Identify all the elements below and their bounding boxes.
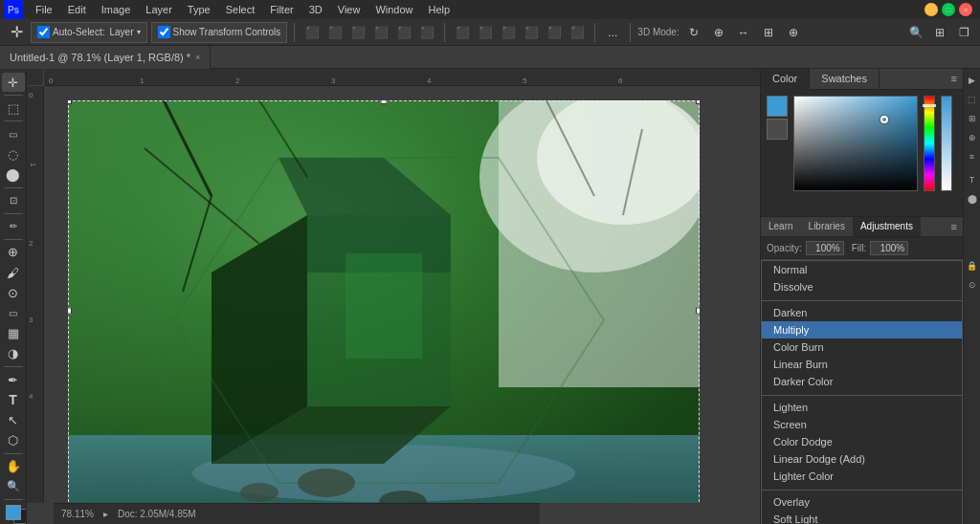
menu-select[interactable]: Select [219,2,262,17]
menu-help[interactable]: Help [422,2,457,17]
workspace-btn[interactable]: ⊞ [929,22,950,43]
move-tool-icon[interactable]: ✛ [6,22,27,43]
path-select-btn[interactable]: ↖ [2,410,25,429]
eyedropper-tool-btn[interactable]: ✏ [2,217,25,236]
more-options-btn[interactable]: ... [602,22,623,43]
blend-color-burn[interactable]: Color Burn [762,338,962,356]
align-top-btn[interactable]: ⬛ [370,22,391,43]
3d-rotate-btn[interactable]: ↻ [683,22,704,43]
blend-screen[interactable]: Screen [762,416,962,433]
blend-normal[interactable]: Normal [762,261,962,278]
stamp-tool-btn[interactable]: ⊙ [2,283,25,302]
blend-lighter-color[interactable]: Lighter Color [762,468,962,485]
auto-select-checkbox[interactable] [37,26,50,38]
3d-orbit-btn[interactable]: ⊕ [708,22,729,43]
menu-layer[interactable]: Layer [139,2,179,17]
blend-darken[interactable]: Darken [762,304,962,321]
color-tab[interactable]: Color [761,69,810,90]
foreground-color[interactable] [767,96,788,117]
blend-overlay[interactable]: Overlay [762,493,962,511]
dist-right-btn[interactable]: ⬛ [498,22,519,43]
canvas-container[interactable] [44,86,760,503]
transform-checkbox[interactable] [158,26,170,38]
panel-btn-6[interactable]: T [965,172,980,187]
type-tool-btn[interactable]: T [2,390,25,409]
show-transform-btn[interactable]: Show Transform Controls [151,22,288,43]
panel-btn-2[interactable]: ⬚ [965,92,980,107]
dist-center-h-btn[interactable]: ⬛ [475,22,496,43]
handle-tr[interactable] [696,100,700,104]
move-tool-btn[interactable]: ✛ [2,73,25,92]
minimize-button[interactable]: – [924,3,938,16]
heal-tool-btn[interactable]: ⊕ [2,243,25,262]
3d-zoom-btn[interactable]: ⊕ [783,22,804,43]
align-left-btn[interactable]: ⬛ [301,22,323,43]
panel-btn-1[interactable]: ▶ [965,73,980,88]
learn-tab[interactable]: Learn [761,217,801,236]
color-spectrum-picker[interactable] [793,96,918,191]
adjustments-tab[interactable]: Adjustments [853,217,921,236]
hand-tool-btn[interactable]: ✋ [2,457,25,476]
align-center-h-btn[interactable]: ⬛ [324,22,345,43]
menu-window[interactable]: Window [368,2,419,17]
artboard-tool-btn[interactable]: ⬚ [2,98,25,118]
blend-multiply[interactable]: Multiply [762,321,962,338]
panel-btn-9[interactable]: ⊙ [965,277,980,293]
panel-btn-3[interactable]: ⊞ [965,111,980,126]
dist-bottom-btn[interactable]: ⬛ [567,22,588,43]
align-bottom-btn[interactable]: ⬛ [416,22,437,43]
zoom-tool-btn[interactable]: 🔍 [2,477,25,496]
dist-center-v-btn[interactable]: ⬛ [544,22,565,43]
gradient-tool-btn[interactable]: ▦ [2,324,25,343]
blend-soft-light[interactable]: Soft Light [762,511,962,524]
arrange-btn[interactable]: ❐ [953,22,974,43]
quick-select-btn[interactable]: ⬤ [2,165,25,185]
menu-filter[interactable]: Filter [263,2,300,17]
background-color[interactable] [767,119,788,140]
menu-edit[interactable]: Edit [61,2,93,17]
crop-tool-btn[interactable]: ⊡ [2,191,25,210]
auto-select-type[interactable]: Layer [109,27,133,37]
eraser-tool-btn[interactable]: ▭ [2,303,25,322]
search-btn[interactable]: 🔍 [905,22,926,43]
dist-top-btn[interactable]: ⬛ [521,22,542,43]
hue-slider[interactable] [924,96,935,191]
blend-darker-color[interactable]: Darker Color [762,373,962,390]
shape-tool-btn[interactable]: ⬡ [2,431,25,450]
align-right-btn[interactable]: ⬛ [347,22,368,43]
alpha-slider[interactable] [941,96,952,191]
adj-menu-icon[interactable]: ≡ [946,217,963,236]
menu-image[interactable]: Image [95,2,138,17]
fg-color-swatch[interactable] [6,505,21,520]
panel-btn-5[interactable]: ≡ [965,149,980,164]
swatches-tab[interactable]: Swatches [810,69,880,89]
pen-tool-btn[interactable]: ✒ [2,370,25,389]
blend-lighten[interactable]: Lighten [762,399,962,416]
3d-walk-btn[interactable]: ⊞ [758,22,779,43]
opacity-input[interactable] [806,241,844,255]
align-center-v-btn[interactable]: ⬛ [393,22,414,43]
blend-linear-burn[interactable]: Linear Burn [762,356,962,373]
panel-btn-7[interactable]: ⬤ [965,191,980,207]
panel-btn-8[interactable]: 🔒 [965,258,980,273]
auto-select-toggle[interactable]: Auto-Select: Layer ▾ [31,22,147,43]
close-button[interactable]: × [959,3,972,16]
handle-tm[interactable] [381,100,388,104]
maximize-button[interactable]: □ [942,3,955,16]
blend-dissolve[interactable]: Dissolve [762,278,962,295]
lasso-tool-btn[interactable]: ◌ [2,144,25,164]
menu-file[interactable]: File [29,2,59,17]
marquee-tool-btn[interactable]: ▭ [2,124,25,143]
tab-close-btn[interactable]: × [195,53,200,62]
dodge-tool-btn[interactable]: ◑ [2,344,25,363]
document-tab[interactable]: Untitled-1 @ 78.1% (Layer 1, RGB/8) * × [0,46,211,69]
blend-color-dodge[interactable]: Color Dodge [762,433,962,450]
menu-type[interactable]: Type [181,2,217,17]
handle-ml[interactable] [68,308,72,315]
fill-input[interactable] [870,241,908,255]
blend-linear-dodge[interactable]: Linear Dodge (Add) [762,450,962,468]
panel-btn-4[interactable]: ⊕ [965,130,980,145]
panel-menu-icon[interactable]: ≡ [946,69,963,89]
dist-left-btn[interactable]: ⬛ [452,22,473,43]
brush-tool-btn[interactable]: 🖌 [2,263,25,282]
